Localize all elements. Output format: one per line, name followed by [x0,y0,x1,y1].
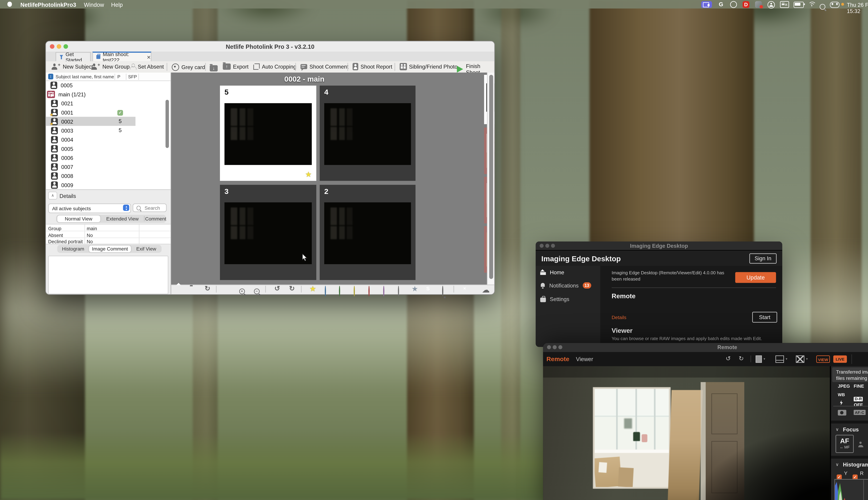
red-d-app-icon[interactable]: D [743,1,750,8]
battery-icon[interactable] [793,2,804,8]
tab-normal-view[interactable]: Normal View [57,215,100,222]
face-priority-icon[interactable] [858,440,863,450]
star-steel-button[interactable]: ★ [412,285,418,292]
rotate-ccw-button[interactable]: ↻ [274,285,280,292]
photo-thumbnail[interactable] [324,202,411,264]
nav-viewer[interactable]: Viewer [576,356,593,362]
tag-gray-button[interactable] [398,286,399,296]
subject-list-header[interactable]: ↕ Subject last name, first name P SFP [46,72,170,81]
set-absent-button[interactable]: Set Absent [130,64,164,70]
tag-green-button[interactable] [339,286,340,296]
subject-row[interactable]: 00035 [46,126,170,135]
auto-cropping-button[interactable]: Auto Cropping [253,64,296,70]
photo-thumbnail[interactable] [225,103,312,165]
subject-row[interactable]: 0005 [46,81,170,90]
tab-exif-view[interactable]: Exif View [133,245,160,253]
screen-mirroring-icon[interactable] [701,1,712,8]
grey-card-button[interactable]: Grey card [172,64,205,71]
tag-blue-button[interactable] [325,286,326,296]
tab-close-icon[interactable]: ✕ [147,54,151,60]
minimize-traffic-light[interactable] [57,44,61,49]
ied-titlebar[interactable]: Imaging Edge Desktop [536,241,782,250]
subject-row[interactable]: 0007 [46,162,170,171]
dr-setting[interactable]: D-R OFF [854,393,863,408]
tab-main-shoot[interactable]: Main shoot: test222 ✕ [92,52,151,61]
star-icon[interactable]: ★ [305,170,312,179]
new-group-button[interactable]: +New Group [91,64,130,70]
subject-row-selected[interactable]: ★00025 [46,117,170,126]
nav-remote[interactable]: Remote [547,355,569,362]
column-sfp[interactable]: SFP [128,74,137,79]
group-row[interactable]: main (1/21) [46,90,170,99]
menu-clock[interactable]: Thu 26 Feb 15:32 [847,1,868,14]
zoom-out-button[interactable] [254,286,259,296]
details-link[interactable]: Details [612,315,626,320]
subject-filter-dropdown[interactable]: All active subjects ▲ ▼ [48,204,131,213]
spotlight-search-icon[interactable] [820,1,825,12]
subject-row[interactable]: 0008 [46,171,170,180]
wb-flash-setting[interactable]: WB [838,393,845,408]
shoot-report-button[interactable]: Shoot Report [353,63,392,70]
view-badge[interactable]: VIEW [816,355,830,363]
photo-thumbnail[interactable] [324,103,411,165]
minimize-traffic-light[interactable] [545,243,549,248]
creative-cloud-icon[interactable] [730,1,737,8]
jpeg-label[interactable]: JPEG [838,384,850,389]
menu-window[interactable]: Window [84,1,104,8]
subject-row[interactable]: 0006 [46,153,170,162]
live-badge[interactable]: LIVE [833,355,847,363]
tab-comment[interactable]: Comment [145,215,165,223]
remote-titlebar[interactable]: Remote [543,343,868,352]
search-field[interactable] [133,204,167,212]
tab-extended-view[interactable]: Extended View [101,215,144,223]
subject-row[interactable]: 0009 [46,180,170,189]
user-account-icon[interactable] [767,1,775,8]
rotate-ccw-icon[interactable]: ↻ [726,355,731,362]
window-manager-icon[interactable]: ⌘ [780,1,789,8]
subject-row[interactable]: 0004 [46,135,170,144]
zoom-in-button[interactable] [239,286,244,296]
collapse-chevron-icon[interactable]: ∨ [835,427,839,432]
image-comment-box[interactable] [48,256,168,294]
start-button[interactable]: Start [752,312,777,322]
photo-card-4[interactable]: 4 [320,86,415,181]
close-traffic-light[interactable] [540,243,544,248]
sidebar-item-settings[interactable]: Settings [540,296,569,302]
metering-mode-icon[interactable] [838,410,846,416]
filmstrip-scrollbar-track[interactable] [487,72,495,285]
af-mf-toggle[interactable]: AF ↔ MF [835,435,854,453]
shoot-comment-button[interactable]: Shoot Comment [300,64,349,70]
filmstrip-scrollbar-thumb[interactable] [489,75,493,279]
export-button[interactable]: ↑Export [223,64,249,70]
rotate-cw-icon[interactable]: ↻ [739,355,744,362]
lightbulb-button[interactable] [442,286,443,296]
tab-image-comment[interactable]: Image Comment [89,246,131,252]
update-button[interactable]: Update [735,272,776,283]
ied-app-icon[interactable] [755,1,762,8]
tab-get-started[interactable]: Get Started [56,52,91,61]
photolink-titlebar[interactable]: Netlife Photolink Pro 3 - v3.2.10 [46,41,494,52]
menu-app-name[interactable]: NetlifePhotolinkPro3 [21,1,76,8]
subject-row[interactable]: 0021 [46,99,170,107]
tab-histogram[interactable]: Histogram [58,245,88,253]
column-name[interactable]: Subject last name, first name [56,74,114,79]
rotate-cw-button[interactable]: ↻ [289,285,295,292]
split-layout-icon[interactable] [776,355,784,363]
live-view[interactable] [543,366,830,500]
control-center-icon[interactable] [830,1,840,8]
subject-row[interactable]: ★0001✓ [46,107,170,117]
subject-list-scrollbar[interactable] [165,100,169,148]
import-button[interactable]: ↓ [210,64,218,74]
photo-card-3[interactable]: 3 [220,185,316,280]
maximize-traffic-light[interactable] [64,44,68,49]
photo-thumbnail[interactable] [225,202,312,264]
close-traffic-light[interactable] [50,44,54,49]
sort-icon[interactable]: ↕ [48,73,53,79]
grammarly-icon[interactable]: G [719,1,723,8]
maximize-traffic-light[interactable] [551,243,555,248]
sync-button[interactable]: ↻ [205,285,210,292]
new-subject-button[interactable]: +New Subject [52,64,93,70]
sign-in-button[interactable]: Sign In [750,253,777,264]
menu-help[interactable]: Help [111,1,123,8]
grid-layout-icon[interactable] [796,355,804,363]
